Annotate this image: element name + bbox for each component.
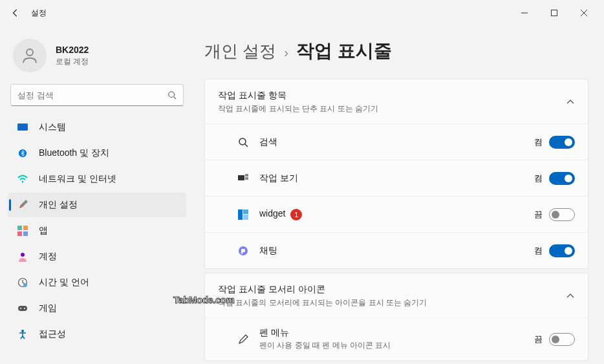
taskview-toggle[interactable] [549, 172, 575, 185]
accessibility-icon [17, 328, 28, 340]
chat-toggle[interactable] [549, 244, 575, 257]
svg-rect-8 [18, 124, 27, 130]
search-box[interactable] [10, 84, 184, 106]
svg-line-23 [245, 144, 248, 147]
corner-icons-header[interactable]: 작업 표시줄 모서리 아이콘 작업 표시줄의 모서리에 표시되는 아이콘을 표시… [205, 273, 588, 317]
card-subtitle: 작업 표시줄의 모서리에 표시되는 아이콘을 표시 또는 숨기기 [218, 297, 566, 308]
svg-rect-24 [238, 175, 244, 180]
sidebar-item-personalize[interactable]: 개인 설정 [8, 193, 186, 217]
taskbar-items-header[interactable]: 작업 표시줄 항목 작업 표시줄에 표시되는 단추 표시 또는 숨기기 [205, 80, 588, 123]
svg-rect-14 [23, 231, 28, 236]
sidebar-item-network[interactable]: 네트워크 및 인터넷 [8, 167, 186, 191]
svg-rect-28 [243, 209, 248, 214]
svg-point-4 [27, 49, 33, 56]
search-toggle[interactable] [549, 136, 575, 149]
svg-point-15 [21, 253, 25, 257]
chevron-up-icon [566, 98, 575, 107]
svg-rect-26 [245, 177, 248, 180]
minimize-button[interactable] [510, 3, 539, 23]
page-title: 작업 표시줄 [296, 39, 392, 63]
sidebar-item-label: 개인 설정 [39, 199, 78, 211]
person-icon [20, 46, 39, 65]
row-widget: widget 1 끔 [205, 196, 588, 232]
avatar [13, 39, 47, 72]
row-label: 채팅 [259, 245, 534, 257]
clock-globe-icon [17, 277, 28, 288]
close-button[interactable] [569, 3, 599, 23]
main-content: 개인 설정 › 작업 표시줄 작업 표시줄 항목 작업 표시줄에 표시되는 단추… [194, 26, 604, 364]
toggle-state: 끔 [534, 334, 543, 345]
widget-icon [236, 209, 250, 220]
maximize-icon [551, 10, 557, 16]
sidebar-item-label: 접근성 [39, 328, 66, 340]
widget-toggle[interactable] [549, 208, 575, 221]
wifi-icon [17, 173, 28, 185]
arrow-left-icon [11, 8, 20, 17]
pen-toggle[interactable] [549, 333, 575, 346]
svg-point-5 [169, 92, 175, 98]
minimize-icon [521, 10, 528, 16]
notification-badge: 1 [290, 209, 302, 220]
svg-point-21 [21, 330, 24, 332]
svg-point-10 [22, 182, 23, 183]
chevron-right-icon: › [284, 45, 288, 60]
toggle-state: 켬 [534, 245, 543, 257]
account-icon [17, 251, 28, 262]
close-icon [581, 10, 587, 16]
sidebar-item-time[interactable]: 시간 및 언어 [8, 270, 186, 295]
sidebar-item-label: 시간 및 언어 [39, 277, 89, 288]
back-button[interactable] [5, 3, 26, 23]
taskbar-items-card: 작업 표시줄 항목 작업 표시줄에 표시되는 단추 표시 또는 숨기기 검색 켬… [204, 79, 588, 269]
pen-icon [236, 334, 250, 345]
window-controls [510, 3, 599, 23]
svg-point-20 [24, 308, 25, 309]
row-label: 검색 [259, 136, 534, 148]
breadcrumb-parent[interactable]: 개인 설정 [204, 40, 276, 63]
window-title: 설정 [31, 8, 47, 19]
toggle-state: 켬 [534, 136, 543, 148]
sidebar-item-system[interactable]: 시스템 [8, 115, 186, 140]
titlebar: 설정 [0, 0, 604, 26]
row-label: 작업 보기 [259, 173, 534, 184]
svg-rect-1 [552, 10, 557, 16]
row-label: widget [259, 208, 285, 219]
search-icon [236, 137, 250, 147]
svg-rect-11 [17, 226, 22, 230]
sidebar-item-label: 계정 [39, 251, 57, 262]
row-chat: 채팅 켬 [205, 232, 588, 268]
corner-icons-card: 작업 표시줄 모서리 아이콘 작업 표시줄의 모서리에 표시되는 아이콘을 표시… [204, 273, 588, 361]
card-title: 작업 표시줄 항목 [218, 90, 566, 102]
svg-point-17 [23, 283, 27, 287]
display-icon [17, 122, 28, 133]
sidebar-item-label: Bluetooth 및 장치 [39, 147, 109, 159]
toggle-state: 끔 [534, 209, 543, 220]
svg-rect-29 [243, 215, 248, 220]
sidebar-item-gaming[interactable]: 게임 [8, 296, 186, 321]
card-title: 작업 표시줄 모서리 아이콘 [218, 284, 566, 295]
row-sub: 펜이 사용 중일 때 펜 메뉴 아이콘 표시 [259, 340, 534, 351]
card-subtitle: 작업 표시줄에 표시되는 단추 표시 또는 숨기기 [218, 103, 566, 114]
sidebar-item-accessibility[interactable]: 접근성 [8, 322, 186, 347]
user-block[interactable]: BK2022 로컬 계정 [8, 31, 186, 84]
maximize-button[interactable] [539, 3, 569, 23]
sidebar-item-apps[interactable]: 앱 [8, 219, 186, 243]
nav-list: 시스템 Bluetooth 및 장치 네트워크 및 인터넷 개인 설정 앱 계정 [8, 115, 186, 347]
gaming-icon [17, 303, 28, 314]
svg-rect-27 [238, 209, 243, 220]
svg-rect-12 [23, 226, 28, 230]
apps-icon [17, 225, 28, 237]
user-name: BK2022 [56, 45, 89, 55]
row-label: 펜 메뉴 [259, 327, 534, 339]
svg-point-32 [241, 252, 243, 253]
sidebar-item-label: 네트워크 및 인터넷 [39, 173, 116, 185]
toggle-state: 켬 [534, 173, 543, 184]
user-subtitle: 로컬 계정 [56, 56, 89, 67]
brush-icon [17, 199, 28, 211]
svg-rect-13 [17, 231, 22, 236]
search-input[interactable] [17, 91, 167, 100]
sidebar-item-label: 게임 [39, 303, 57, 314]
sidebar-item-accounts[interactable]: 계정 [8, 244, 186, 269]
row-search: 검색 켬 [205, 123, 588, 160]
sidebar-item-bluetooth[interactable]: Bluetooth 및 장치 [8, 141, 186, 166]
row-taskview: 작업 보기 켬 [205, 160, 588, 196]
